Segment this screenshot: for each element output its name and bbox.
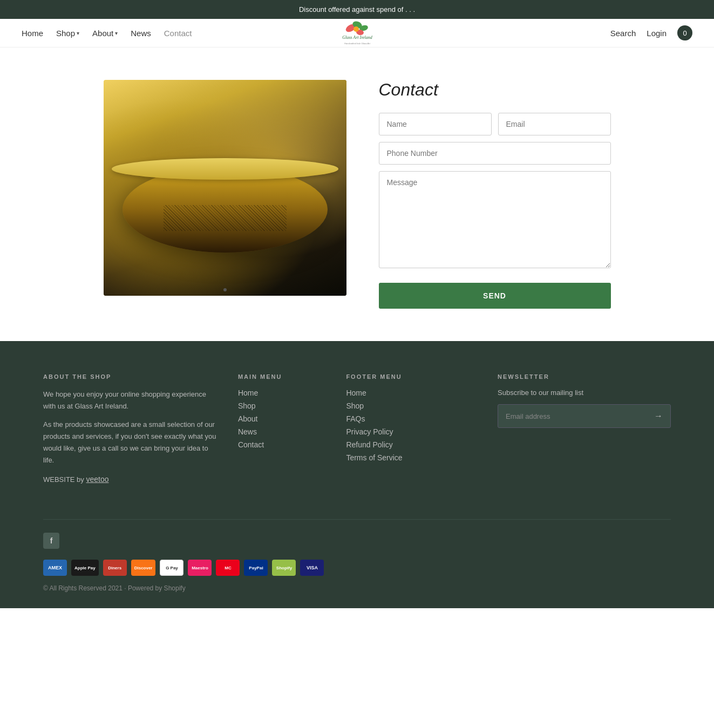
svg-text:Handcrafted Irish Glass Art: Handcrafted Irish Glass Art bbox=[344, 42, 371, 45]
payment-icons: AMEX Apple Pay Diners Discover G Pay Mae… bbox=[43, 560, 671, 576]
nav-shop[interactable]: Shop ▾ bbox=[56, 29, 79, 38]
site-logo: Glass Art Ireland Handcrafted Irish Glas… bbox=[330, 17, 384, 49]
paypal-icon: PayPal bbox=[244, 560, 268, 576]
website-text: WEBSITE by bbox=[43, 475, 84, 484]
footer-menu-title: FOOTER MENU bbox=[346, 373, 476, 380]
footer-newsletter: NEWSLETTER Subscribe to our mailing list… bbox=[498, 373, 671, 492]
footer-main-menu: MAIN MENU Home Shop About News Contact bbox=[238, 373, 324, 492]
footer-news-link[interactable]: News bbox=[238, 427, 324, 436]
phone-input[interactable] bbox=[379, 142, 611, 165]
diners-icon: Diners bbox=[103, 560, 127, 576]
footer-contact-link[interactable]: Contact bbox=[238, 440, 324, 449]
footer-about: ABOUT THE SHOP We hope you enjoy your on… bbox=[43, 373, 216, 492]
footer-shop-link[interactable]: Shop bbox=[238, 402, 324, 410]
nav-contact[interactable]: Contact bbox=[164, 29, 192, 38]
message-row bbox=[379, 171, 611, 270]
maestro-icon: Maestro bbox=[188, 560, 212, 576]
contact-image bbox=[104, 80, 346, 296]
image-background bbox=[104, 80, 346, 296]
nav-shop-label: Shop bbox=[56, 29, 75, 38]
mastercard-icon: MC bbox=[216, 560, 240, 576]
social-links: f bbox=[43, 533, 671, 549]
about-shop-title: ABOUT THE SHOP bbox=[43, 373, 216, 380]
newsletter-email-input[interactable] bbox=[498, 406, 647, 427]
send-button[interactable]: SEND bbox=[379, 283, 611, 309]
image-dot bbox=[223, 288, 227, 291]
message-textarea[interactable] bbox=[379, 171, 611, 268]
main-content: Contact SEND bbox=[60, 47, 654, 341]
search-link[interactable]: Search bbox=[610, 29, 636, 38]
about-text-2: As the products showcased are a small se… bbox=[43, 419, 216, 466]
footer-menu-terms[interactable]: Terms of Service bbox=[346, 453, 476, 462]
top-banner: Discount offered against spend of . . . bbox=[0, 0, 714, 19]
discover-icon: Discover bbox=[131, 560, 156, 576]
footer-about-link[interactable]: About bbox=[238, 414, 324, 423]
footer-bottom: f AMEX Apple Pay Diners Discover G Pay M… bbox=[43, 519, 671, 592]
newsletter-submit-button[interactable]: → bbox=[647, 405, 670, 427]
header: Home Shop ▾ About ▾ News Contact Glass A… bbox=[0, 19, 714, 47]
visa-icon: VISA bbox=[300, 560, 324, 576]
shop-chevron-icon: ▾ bbox=[77, 30, 79, 36]
banner-text: Discount offered against spend of . . . bbox=[299, 5, 415, 13]
bowl-texture bbox=[164, 205, 287, 231]
nav-about-label: About bbox=[92, 29, 113, 38]
bowl-shape bbox=[123, 166, 328, 253]
facebook-icon[interactable]: f bbox=[43, 533, 59, 549]
bowl-rim bbox=[112, 158, 338, 180]
nav-about[interactable]: About ▾ bbox=[92, 29, 118, 38]
footer-home-link[interactable]: Home bbox=[238, 389, 324, 397]
svg-point-4 bbox=[353, 26, 359, 32]
footer-menu-shop[interactable]: Shop bbox=[346, 402, 476, 410]
footer: ABOUT THE SHOP We hope you enjoy your on… bbox=[0, 341, 714, 608]
amex-icon: AMEX bbox=[43, 560, 67, 576]
footer-menu-faqs[interactable]: FAQs bbox=[346, 414, 476, 423]
footer-menu-privacy[interactable]: Privacy Policy bbox=[346, 427, 476, 436]
footer-menu-refund[interactable]: Refund Policy bbox=[346, 440, 476, 449]
website-credit: WEBSITE by veetoo bbox=[43, 473, 216, 486]
contact-form-section: Contact SEND bbox=[379, 80, 611, 309]
shopify-icon: Shopify bbox=[272, 560, 296, 576]
applepay-icon: Apple Pay bbox=[71, 560, 99, 576]
newsletter-subtitle: Subscribe to our mailing list bbox=[498, 389, 671, 397]
gpay-icon: G Pay bbox=[160, 560, 183, 576]
nav-home[interactable]: Home bbox=[22, 29, 43, 38]
newsletter-title: NEWSLETTER bbox=[498, 373, 671, 380]
name-input[interactable] bbox=[379, 113, 492, 135]
name-email-row bbox=[379, 113, 611, 135]
nav-news[interactable]: News bbox=[131, 29, 151, 38]
main-nav: Home Shop ▾ About ▾ News Contact bbox=[22, 29, 192, 38]
footer-menu-home[interactable]: Home bbox=[346, 389, 476, 397]
svg-text:Glass Art Ireland: Glass Art Ireland bbox=[342, 35, 373, 40]
email-input[interactable] bbox=[498, 113, 611, 135]
about-text-1: We hope you enjoy your online shopping e… bbox=[43, 389, 216, 412]
about-chevron-icon: ▾ bbox=[115, 30, 118, 36]
main-menu-title: MAIN MENU bbox=[238, 373, 324, 380]
veetoo-link[interactable]: veetoo bbox=[86, 475, 108, 484]
contact-title: Contact bbox=[379, 80, 611, 100]
cart-count: 0 bbox=[683, 29, 686, 37]
cart-badge[interactable]: 0 bbox=[677, 25, 692, 40]
logo-svg: Glass Art Ireland Handcrafted Irish Glas… bbox=[330, 17, 384, 47]
footer-menu: FOOTER MENU Home Shop FAQs Privacy Polic… bbox=[346, 373, 476, 492]
header-right: Search Login 0 bbox=[610, 25, 692, 40]
login-link[interactable]: Login bbox=[647, 29, 667, 38]
phone-row bbox=[379, 142, 611, 165]
footer-copyright: © All Rights Reserved 2021 · Powered by … bbox=[43, 584, 671, 592]
facebook-label: f bbox=[50, 536, 53, 545]
newsletter-input-wrap: → bbox=[498, 404, 671, 428]
footer-top: ABOUT THE SHOP We hope you enjoy your on… bbox=[43, 373, 671, 492]
